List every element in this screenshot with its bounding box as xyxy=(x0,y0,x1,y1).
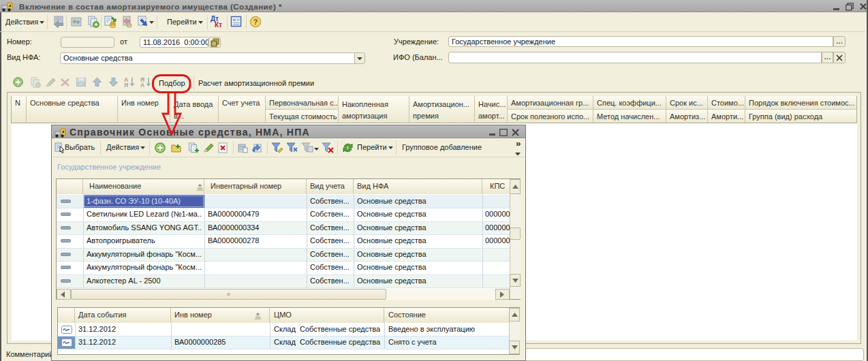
svg-text:?: ? xyxy=(253,18,258,26)
svg-text:Я: Я xyxy=(124,82,128,88)
svg-text:ТОН: ТОН xyxy=(78,83,84,87)
svg-text:А: А xyxy=(140,82,144,88)
